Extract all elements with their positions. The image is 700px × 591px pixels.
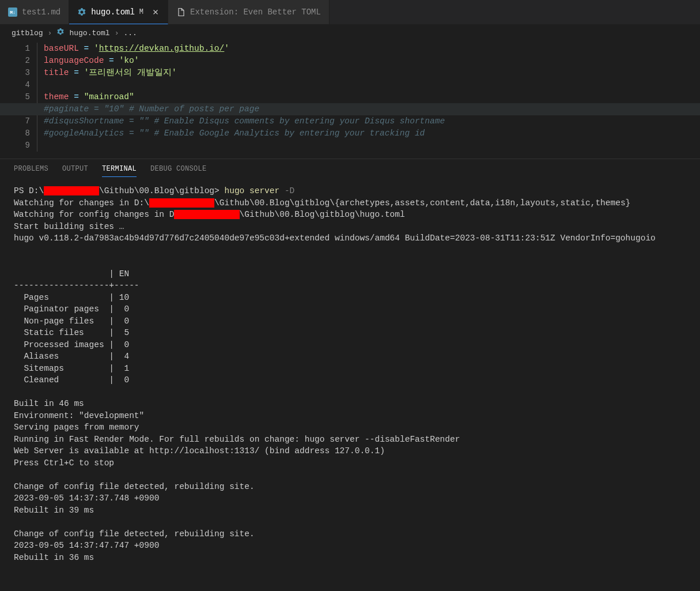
code-line: #googleAnalytics = "" # Enable Google An… [44, 127, 700, 140]
tab-label: test1.md [22, 7, 60, 17]
modified-indicator: M [139, 8, 143, 16]
code-line-active: #paginate = "10" # Number of posts per p… [0, 103, 700, 115]
chevron-right-icon: › [115, 29, 119, 37]
line-number: 5 [0, 91, 30, 103]
line-number: 3 [0, 67, 30, 79]
breadcrumb: gitblog › hugo.toml › ... [0, 24, 700, 42]
line-number-gutter: 1 2 3 4 5 6 7 8 9 [0, 43, 35, 152]
tab-extension[interactable]: Extension: Even Better TOML [168, 0, 330, 24]
code-editor[interactable]: 1 2 3 4 5 6 7 8 9 baseURL = 'https://dev… [0, 42, 700, 152]
line-number: 2 [0, 55, 30, 67]
tab-hugo-toml[interactable]: hugo.toml M [69, 0, 168, 24]
code-content[interactable]: baseURL = 'https://devkan.github.io/' la… [44, 43, 700, 152]
code-line: theme = "mainroad" [44, 91, 700, 103]
code-line: languageCode = 'ko' [44, 55, 700, 67]
tab-terminal[interactable]: TERMINAL [102, 165, 137, 177]
line-number: 7 [0, 115, 30, 127]
markdown-icon: M↓ [8, 7, 17, 17]
code-line [44, 79, 700, 91]
tab-bar: M↓ test1.md hugo.toml M Extension: Even … [0, 0, 700, 24]
breadcrumb-root[interactable]: gitblog [12, 29, 43, 37]
line-number: 8 [0, 127, 30, 140]
tab-output[interactable]: OUTPUT [62, 165, 88, 177]
tab-test1[interactable]: M↓ test1.md [0, 0, 69, 24]
redacted: XXXXXXXXXXX [44, 186, 99, 195]
redacted: XXXXXXXXXXXXX [174, 210, 239, 219]
tab-label: hugo.toml [91, 7, 135, 17]
tab-debug-console[interactable]: DEBUG CONSOLE [150, 165, 207, 177]
code-line: baseURL = 'https://devkan.github.io/' [44, 43, 700, 55]
line-number: 9 [0, 140, 30, 152]
indent-guide [37, 43, 44, 152]
tab-label: Extension: Even Better TOML [190, 7, 321, 17]
gear-icon [56, 28, 65, 38]
breadcrumb-file[interactable]: hugo.toml [69, 29, 109, 37]
code-line [44, 140, 700, 152]
terminal-output[interactable]: PS D:\XXXXXXXXXXX\Github\00.Blog\gitblog… [0, 177, 700, 571]
code-line: title = '프리랜서의 개발일지' [44, 67, 700, 79]
panel-tab-bar: PROBLEMS OUTPUT TERMINAL DEBUG CONSOLE [0, 159, 700, 177]
code-line: #disqusShortname = "" # Enable Disqus co… [44, 115, 700, 127]
line-number: 4 [0, 79, 30, 91]
file-icon [176, 7, 186, 17]
chevron-right-icon: › [48, 29, 52, 37]
gear-icon [77, 7, 86, 17]
line-number: 1 [0, 43, 30, 55]
breadcrumb-tail[interactable]: ... [123, 29, 137, 37]
redacted: XXXXXXXXXXXXX [149, 198, 214, 208]
close-icon[interactable] [152, 8, 160, 16]
tab-problems[interactable]: PROBLEMS [14, 165, 48, 177]
